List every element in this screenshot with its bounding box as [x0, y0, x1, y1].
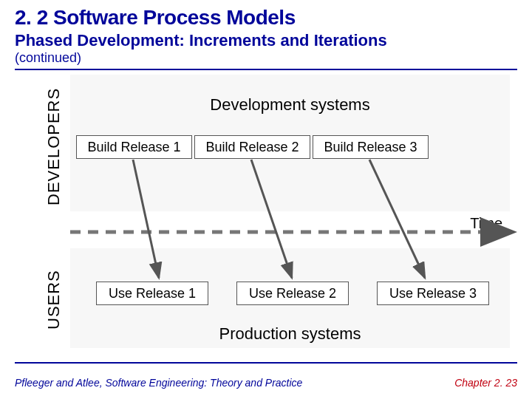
developers-axis-label: DEVELOPERS: [44, 82, 64, 211]
use-release-2-box: Use Release 2: [236, 282, 349, 305]
footer-rule: [15, 362, 517, 364]
use-release-3-box: Use Release 3: [377, 282, 489, 305]
header-rule: [15, 69, 517, 70]
use-release-1-box: Use Release 1: [96, 282, 208, 305]
slide: 2. 2 Software Process Models Phased Deve…: [0, 0, 532, 399]
build-release-3-box: Build Release 3: [313, 135, 429, 159]
build-release-1-box: Build Release 1: [76, 135, 192, 159]
build-release-2-box: Build Release 2: [194, 135, 310, 159]
phased-development-diagram: DEVELOPERS USERS Development systems Bui…: [15, 75, 517, 363]
production-systems-title: Production systems: [70, 324, 510, 344]
production-lane: Use Release 1 Use Release 2 Use Release …: [70, 248, 510, 348]
development-systems-title: Development systems: [70, 95, 510, 115]
development-lane: Development systems Build Release 1 Buil…: [70, 75, 510, 211]
footer-citation: Pfleeger and Atlee, Software Engineering…: [15, 377, 302, 389]
slide-subtitle: Phased Development: Increments and Itera…: [15, 31, 517, 50]
slide-continued: (continued): [15, 50, 517, 66]
slide-footer: Pfleeger and Atlee, Software Engineering…: [15, 377, 517, 389]
footer-page-number: Chapter 2. 23: [454, 377, 517, 389]
users-axis-label: USERS: [44, 256, 64, 344]
slide-title: 2. 2 Software Process Models: [15, 6, 517, 30]
time-axis-label: Time: [470, 215, 502, 232]
